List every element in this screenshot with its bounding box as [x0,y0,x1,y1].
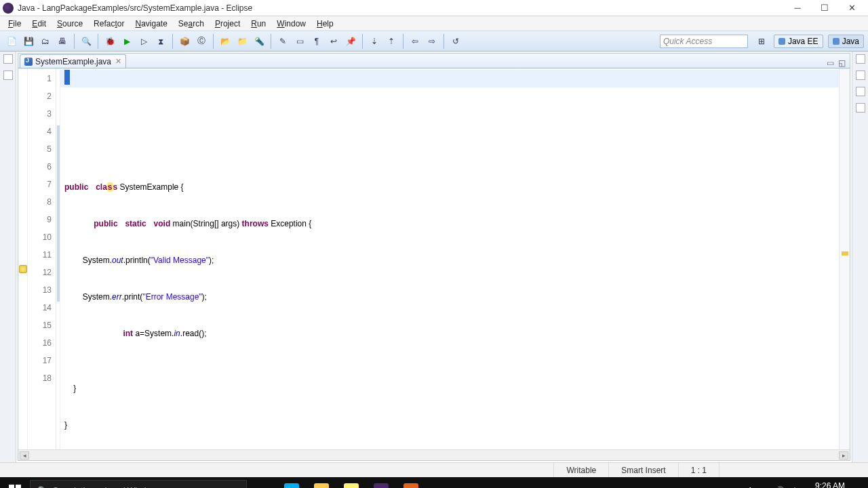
show-whitespace-button[interactable]: ¶ [309,34,324,49]
warning-marker-icon[interactable] [19,265,27,273]
quick-access-input[interactable]: Quick Access [660,35,748,48]
open-type-button[interactable]: 🔍 [79,34,94,49]
clock-time: 9:26 AM [809,482,845,488]
perspective-label: Java [842,37,859,46]
separator [443,34,444,49]
menu-project[interactable]: Project [210,18,245,30]
line-number-ruler: 123456789101112131415161718 [28,68,56,449]
minimize-editor-icon[interactable]: ▭ [827,58,834,68]
coverage-button[interactable]: ⧗ [153,34,168,49]
menu-refactor[interactable]: Refactor [88,18,130,30]
taskbar-app-skype[interactable] [277,477,307,488]
new-package-button[interactable]: 📦 [177,34,192,49]
status-spacer [719,463,868,477]
menu-search[interactable]: Search [173,18,210,30]
line-number: 1 [28,70,52,87]
scroll-right-icon[interactable]: ▸ [839,451,848,460]
tray-flag-icon[interactable]: ⚑ [793,486,801,489]
separator [98,34,98,49]
editor-tab-tools: ▭ ◱ [827,58,850,68]
menu-source[interactable]: Source [52,18,88,30]
code-area[interactable]: public class SystemExample { public stat… [60,68,839,449]
restore-view-icon[interactable] [856,70,865,80]
editor-tabstrip: SystemExample.java ✕ ▭ ◱ [18,54,850,68]
taskbar-app-other[interactable] [396,477,426,488]
search-button[interactable]: 🔦 [252,34,267,49]
next-annotation-button[interactable]: ⇣ [367,34,382,49]
menu-file[interactable]: File [3,18,26,30]
overview-warning-icon[interactable] [842,251,848,256]
toggle-word-wrap-button[interactable]: ↩ [326,34,341,49]
line-number: 8 [28,193,52,211]
left-trim [0,52,16,462]
restore-view-icon[interactable] [856,103,865,113]
tray-network-icon[interactable]: ▮ [761,486,766,489]
separator [172,34,173,49]
save-all-button[interactable]: 🗂 [38,34,53,49]
minimize-button[interactable]: ─ [784,1,811,15]
perspective-javaee[interactable]: Java EE [774,35,823,48]
separator [403,34,403,49]
perspective-java[interactable]: Java [828,35,864,48]
scroll-left-icon[interactable]: ◂ [20,451,29,460]
menu-run[interactable]: Run [245,18,271,30]
prev-annotation-button[interactable]: ⇡ [384,34,399,49]
open-folder-button[interactable]: 📁 [235,34,250,49]
tray-volume-icon[interactable]: 🔊 [774,486,785,489]
new-class-button[interactable]: Ⓒ [194,34,209,49]
pin-editor-button[interactable]: 📌 [343,34,358,49]
taskbar-search-input[interactable]: 🔍 Search the web and Windows [30,480,247,488]
open-task-button[interactable]: 📂 [218,34,233,49]
close-button[interactable]: ✕ [838,1,865,15]
debug-button[interactable]: 🐞 [102,34,117,49]
windows-logo-icon [9,485,21,488]
forward-button[interactable]: ⇨ [425,34,439,49]
restore-view-icon[interactable] [856,54,865,64]
maximize-button[interactable]: ☐ [811,1,838,15]
status-cursor-position: 1 : 1 [678,463,719,477]
taskbar-app-explorer[interactable] [307,477,336,488]
start-button[interactable] [0,477,30,488]
toggle-block-button[interactable]: ▭ [292,34,307,49]
tray-clock[interactable]: 9:26 AM 7/29/2017 [809,482,845,488]
line-number: 2 [28,87,52,105]
restore-view-icon[interactable] [3,70,13,80]
menu-window[interactable]: Window [271,18,311,30]
toggle-mark-button[interactable]: ✎ [275,34,290,49]
taskbar-app-notes[interactable] [336,477,366,488]
fold-range-bar [57,125,60,302]
print-button[interactable]: 🖶 [55,34,70,49]
last-edit-button[interactable]: ↺ [448,34,463,49]
horizontal-scrollbar[interactable]: ◂ ▸ [18,449,850,460]
line-number: 13 [28,281,52,299]
line-number: 18 [28,369,52,387]
tray-chevron-up-icon[interactable]: ˄ [748,486,753,489]
close-tab-icon[interactable]: ✕ [115,57,121,66]
line-number: 4 [28,123,52,140]
task-view-button[interactable]: ⧉ [247,477,277,488]
overview-ruler[interactable] [839,68,850,449]
open-perspective-button[interactable]: ⊞ [754,34,769,49]
save-button[interactable]: 💾 [21,34,36,49]
maximize-editor-icon[interactable]: ◱ [838,58,846,68]
menu-edit[interactable]: Edit [26,18,52,30]
menu-help[interactable]: Help [311,18,339,30]
menu-navigate[interactable]: Navigate [130,18,172,30]
tray-notifications-icon[interactable]: ▭ [853,486,861,489]
editor-region: SystemExample.java ✕ ▭ ◱ 123456789101112… [18,53,850,461]
line-number: 14 [28,299,52,317]
back-button[interactable]: ⇦ [408,34,422,49]
line-number: 15 [28,317,52,334]
menu-bar: File Edit Source Refactor Navigate Searc… [0,16,868,31]
taskbar-app-eclipse[interactable] [366,477,396,488]
editor-tab[interactable]: SystemExample.java ✕ [20,54,126,68]
run-button[interactable]: ▶ [119,34,134,49]
restore-view-icon[interactable] [856,87,865,96]
line-number: 3 [28,105,52,123]
line-number: 16 [28,334,52,352]
window-title: Java - LangPackageExamples/src/SystemExa… [18,3,784,13]
new-button[interactable]: 📄 [4,34,19,49]
restore-view-icon[interactable] [3,54,13,64]
separator [74,34,75,49]
run-last-button[interactable]: ▷ [136,34,151,49]
